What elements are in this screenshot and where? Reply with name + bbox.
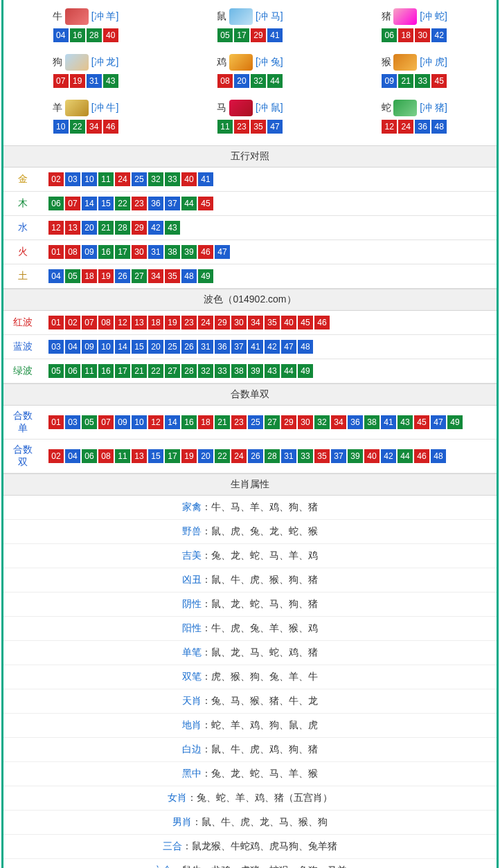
number-ball: 36: [348, 415, 363, 429]
table-row: 土 04051819262734354849: [3, 264, 497, 289]
number-ball: 24: [115, 172, 130, 186]
number-ball: 38: [231, 364, 247, 378]
number-ball: 29: [251, 28, 266, 42]
number-ball: 18: [398, 28, 413, 42]
number-ball: 08: [98, 316, 114, 329]
number-ball: 30: [231, 316, 247, 329]
attr-line: 女肖：兔、蛇、羊、鸡、猪（五宫肖）: [3, 786, 497, 811]
number-ball: 05: [82, 415, 97, 429]
number-ball: 10: [98, 340, 114, 354]
number-ball: 42: [148, 221, 163, 235]
number-ball: 03: [65, 172, 80, 186]
row-numbers: 05061116172122272832333839434449: [42, 359, 497, 383]
attr-line: 天肖：兔、马、猴、猪、牛、龙: [3, 689, 497, 714]
attr-value: ：鼠、虎、兔、龙、蛇、猴: [202, 525, 318, 536]
row-numbers: 03040910141520252631363741424748: [42, 335, 497, 359]
number-ball: 17: [234, 28, 249, 42]
number-ball: 34: [148, 269, 163, 283]
number-ball: 07: [98, 415, 114, 429]
attr-line: 男肖：鼠、牛、虎、龙、马、猴、狗: [3, 811, 497, 835]
number-ball: 14: [115, 340, 130, 354]
number-ball: 30: [132, 245, 147, 259]
number-ball: 31: [87, 74, 102, 88]
number-ball: 31: [281, 449, 296, 463]
number-ball: 40: [181, 172, 197, 186]
attr-value: ：虎、猴、狗、兔、羊、牛: [202, 671, 318, 682]
number-ball: 35: [251, 120, 266, 134]
number-ball: 48: [431, 120, 447, 134]
row-label: 合数单: [3, 406, 42, 440]
zodiac-numbers: 07193143: [3, 73, 168, 89]
attr-key: 野兽: [182, 525, 202, 536]
attr-value: ：牛、马、羊、鸡、狗、猪: [202, 501, 318, 512]
number-ball: 31: [148, 245, 163, 259]
row-numbers: 0108091617303138394647: [42, 240, 497, 264]
zodiac-name: 猪: [382, 10, 391, 23]
number-ball: 17: [115, 364, 130, 378]
number-ball: 12: [148, 415, 163, 429]
zodiac-cell: 马 [冲 鼠] 11233547: [168, 96, 332, 141]
number-ball: 11: [98, 172, 114, 186]
number-ball: 47: [281, 340, 296, 354]
number-ball: 02: [48, 449, 64, 463]
number-ball: 41: [198, 172, 213, 186]
number-ball: 35: [165, 269, 180, 283]
number-ball: 23: [132, 197, 147, 210]
number-ball: 23: [234, 120, 249, 134]
attr-key: 黑中: [182, 768, 202, 779]
attr-line: 吉美：兔、龙、蛇、马、羊、鸡: [3, 544, 497, 568]
attr-value: ：鼠、龙、马、蛇、鸡、猪: [202, 647, 318, 658]
table-row: 合数单 010305070910121416182123252729303234…: [3, 406, 497, 440]
zodiac-numbers: 05172941: [168, 28, 332, 43]
number-ball: 08: [98, 449, 114, 463]
zodiac-icon: [65, 8, 89, 25]
zodiac-numbers: 11233547: [168, 119, 332, 134]
number-ball: 20: [234, 74, 249, 88]
number-ball: 49: [298, 364, 313, 378]
number-ball: 24: [398, 120, 413, 134]
attr-key: 双笔: [182, 671, 202, 682]
attr-value: ：鼠、牛、虎、猴、狗、猪: [202, 574, 318, 585]
number-ball: 06: [48, 197, 64, 210]
attr-line: 阳性：牛、虎、兔、羊、猴、鸡: [3, 617, 497, 641]
number-ball: 44: [267, 74, 283, 88]
number-ball: 19: [165, 316, 180, 329]
number-ball: 10: [132, 415, 147, 429]
number-ball: 20: [82, 221, 97, 235]
number-ball: 48: [298, 340, 313, 354]
row-label: 木: [3, 192, 42, 216]
row-label: 红波: [3, 311, 42, 335]
zodiac-clash: [冲 龙]: [91, 56, 119, 69]
number-ball: 05: [48, 364, 64, 378]
zodiac-name: 蛇: [382, 102, 391, 114]
zodiac-cell: 狗 [冲 龙] 07193143: [3, 50, 168, 96]
number-ball: 47: [215, 245, 230, 259]
number-ball: 42: [431, 28, 447, 42]
attr-key: 吉美: [182, 550, 202, 561]
number-ball: 43: [398, 415, 413, 429]
number-ball: 19: [181, 449, 197, 463]
zodiac-name: 牛: [53, 10, 62, 23]
number-ball: 07: [65, 197, 80, 210]
row-label: 合数双: [3, 440, 42, 473]
attr-key: 六合: [153, 865, 172, 868]
number-ball: 16: [181, 415, 197, 429]
number-ball: 46: [198, 245, 213, 259]
wuxing-table: 金 02031011242532334041 木 060714152223363…: [3, 168, 497, 289]
number-ball: 06: [382, 28, 397, 42]
number-ball: 32: [251, 74, 266, 88]
zodiac-cell: 猪 [冲 蛇] 06183042: [332, 4, 497, 50]
number-ball: 01: [48, 245, 64, 259]
number-ball: 28: [87, 28, 102, 42]
number-ball: 09: [115, 415, 130, 429]
zodiac-clash: [冲 羊]: [91, 10, 119, 23]
number-ball: 35: [314, 449, 330, 463]
number-ball: 34: [248, 316, 263, 329]
zodiac-icon: [229, 54, 253, 71]
number-ball: 04: [48, 269, 64, 283]
number-ball: 39: [181, 245, 197, 259]
zodiac-clash: [冲 蛇]: [420, 10, 447, 23]
zodiac-numbers: 09213345: [332, 73, 497, 89]
number-ball: 34: [87, 120, 102, 134]
number-ball: 06: [82, 449, 97, 463]
